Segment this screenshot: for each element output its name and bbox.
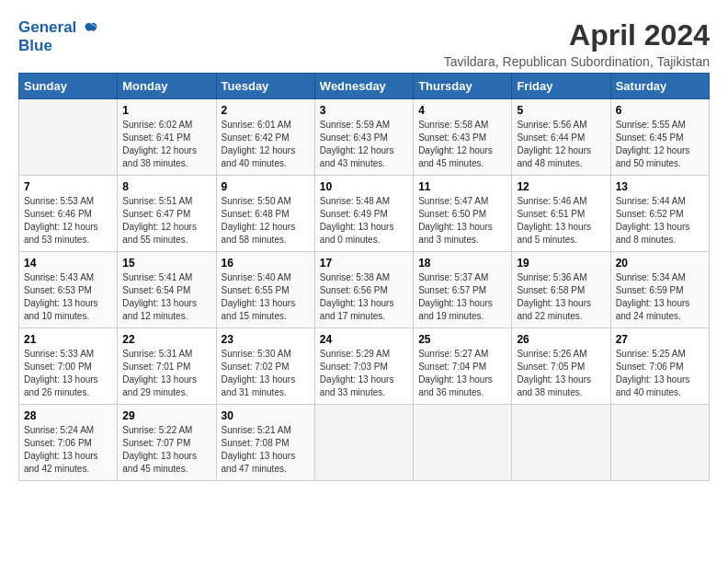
day-number: 13: [616, 180, 704, 193]
calendar-cell: 2Sunrise: 6:01 AM Sunset: 6:42 PM Daylig…: [216, 99, 314, 176]
calendar-cell: 5Sunrise: 5:56 AM Sunset: 6:44 PM Daylig…: [512, 99, 610, 176]
day-info: Sunrise: 5:46 AM Sunset: 6:51 PM Dayligh…: [517, 195, 605, 247]
day-info: Sunrise: 5:53 AM Sunset: 6:46 PM Dayligh…: [24, 195, 112, 247]
day-number: 11: [418, 180, 506, 193]
weekday-header-friday: Friday: [512, 74, 610, 99]
day-number: 6: [616, 104, 704, 117]
calendar-cell: 11Sunrise: 5:47 AM Sunset: 6:50 PM Dayli…: [414, 176, 512, 252]
day-info: Sunrise: 5:41 AM Sunset: 6:54 PM Dayligh…: [122, 271, 210, 323]
day-info: Sunrise: 5:48 AM Sunset: 6:49 PM Dayligh…: [320, 195, 408, 247]
day-info: Sunrise: 5:56 AM Sunset: 6:44 PM Dayligh…: [517, 119, 605, 170]
day-number: 10: [320, 180, 408, 193]
page-header: General Blue April 2024 Tavildara, Repub…: [18, 18, 710, 69]
month-title: April 2024: [444, 18, 710, 52]
day-number: 5: [517, 104, 605, 117]
day-number: 4: [418, 104, 506, 117]
calendar-cell: 7Sunrise: 5:53 AM Sunset: 6:46 PM Daylig…: [19, 176, 118, 252]
calendar-cell: 12Sunrise: 5:46 AM Sunset: 6:51 PM Dayli…: [512, 176, 610, 252]
calendar-cell: 4Sunrise: 5:58 AM Sunset: 6:43 PM Daylig…: [414, 99, 512, 176]
day-number: 22: [122, 333, 210, 346]
day-info: Sunrise: 5:21 AM Sunset: 7:08 PM Dayligh…: [222, 424, 310, 476]
calendar-cell: 22Sunrise: 5:31 AM Sunset: 7:01 PM Dayli…: [118, 328, 216, 405]
weekday-header-wednesday: Wednesday: [314, 74, 413, 99]
calendar-cell: 8Sunrise: 5:51 AM Sunset: 6:47 PM Daylig…: [118, 176, 216, 252]
calendar-cell: 6Sunrise: 5:55 AM Sunset: 6:45 PM Daylig…: [610, 99, 709, 176]
calendar-cell: 30Sunrise: 5:21 AM Sunset: 7:08 PM Dayli…: [216, 405, 314, 481]
weekday-header-thursday: Thursday: [414, 74, 512, 99]
day-number: 9: [222, 180, 310, 193]
day-info: Sunrise: 5:40 AM Sunset: 6:55 PM Dayligh…: [222, 271, 310, 323]
day-number: 28: [24, 409, 112, 422]
calendar-cell: 10Sunrise: 5:48 AM Sunset: 6:49 PM Dayli…: [314, 176, 413, 252]
day-info: Sunrise: 5:47 AM Sunset: 6:50 PM Dayligh…: [418, 195, 506, 247]
day-number: 15: [122, 257, 210, 270]
day-number: 24: [320, 333, 408, 346]
day-number: 1: [122, 104, 210, 117]
day-number: 30: [222, 409, 310, 422]
calendar-cell: 17Sunrise: 5:38 AM Sunset: 6:56 PM Dayli…: [314, 252, 413, 328]
day-number: 3: [320, 104, 408, 117]
day-info: Sunrise: 5:44 AM Sunset: 6:52 PM Dayligh…: [616, 195, 704, 247]
calendar-cell: 27Sunrise: 5:25 AM Sunset: 7:06 PM Dayli…: [610, 328, 709, 405]
day-info: Sunrise: 5:33 AM Sunset: 7:00 PM Dayligh…: [24, 348, 112, 399]
day-info: Sunrise: 5:55 AM Sunset: 6:45 PM Dayligh…: [616, 119, 704, 170]
calendar-body: 1Sunrise: 6:02 AM Sunset: 6:41 PM Daylig…: [19, 99, 710, 481]
location-subtitle: Tavildara, Republican Subordination, Taj…: [444, 54, 710, 69]
calendar-cell: 16Sunrise: 5:40 AM Sunset: 6:55 PM Dayli…: [216, 252, 314, 328]
weekday-header-sunday: Sunday: [19, 74, 118, 99]
day-info: Sunrise: 5:26 AM Sunset: 7:05 PM Dayligh…: [517, 348, 605, 399]
calendar-cell: 18Sunrise: 5:37 AM Sunset: 6:57 PM Dayli…: [414, 252, 512, 328]
calendar-cell: 1Sunrise: 6:02 AM Sunset: 6:41 PM Daylig…: [118, 99, 216, 176]
day-info: Sunrise: 5:25 AM Sunset: 7:06 PM Dayligh…: [616, 348, 704, 399]
calendar-week-row: 1Sunrise: 6:02 AM Sunset: 6:41 PM Daylig…: [19, 99, 710, 176]
title-block: April 2024 Tavildara, Republican Subordi…: [444, 18, 710, 69]
day-number: 2: [222, 104, 310, 117]
day-info: Sunrise: 5:59 AM Sunset: 6:43 PM Dayligh…: [320, 119, 408, 170]
day-info: Sunrise: 5:43 AM Sunset: 6:53 PM Dayligh…: [24, 271, 112, 323]
day-info: Sunrise: 5:38 AM Sunset: 6:56 PM Dayligh…: [320, 271, 408, 323]
weekday-header-tuesday: Tuesday: [216, 74, 314, 99]
calendar-cell: [414, 405, 512, 481]
day-number: 20: [616, 257, 704, 270]
day-number: 16: [222, 257, 310, 270]
day-info: Sunrise: 5:50 AM Sunset: 6:48 PM Dayligh…: [222, 195, 310, 247]
calendar-cell: 9Sunrise: 5:50 AM Sunset: 6:48 PM Daylig…: [216, 176, 314, 252]
logo-text-general: General: [18, 18, 76, 36]
calendar-cell: [19, 99, 118, 176]
calendar-cell: 24Sunrise: 5:29 AM Sunset: 7:03 PM Dayli…: [314, 328, 413, 405]
weekday-header-monday: Monday: [118, 74, 216, 99]
day-info: Sunrise: 5:34 AM Sunset: 6:59 PM Dayligh…: [616, 271, 704, 323]
day-number: 17: [320, 257, 408, 270]
day-number: 12: [517, 180, 605, 193]
day-number: 27: [616, 333, 704, 346]
day-number: 8: [122, 180, 210, 193]
day-number: 29: [122, 409, 210, 422]
day-number: 7: [24, 180, 112, 193]
calendar-cell: 23Sunrise: 5:30 AM Sunset: 7:02 PM Dayli…: [216, 328, 314, 405]
day-number: 18: [418, 257, 506, 270]
calendar-cell: 21Sunrise: 5:33 AM Sunset: 7:00 PM Dayli…: [19, 328, 118, 405]
calendar-cell: 20Sunrise: 5:34 AM Sunset: 6:59 PM Dayli…: [610, 252, 709, 328]
day-info: Sunrise: 6:02 AM Sunset: 6:41 PM Dayligh…: [122, 119, 210, 170]
day-number: 14: [24, 257, 112, 270]
day-info: Sunrise: 5:37 AM Sunset: 6:57 PM Dayligh…: [418, 271, 506, 323]
logo: General Blue: [18, 18, 99, 54]
calendar-cell: 19Sunrise: 5:36 AM Sunset: 6:58 PM Dayli…: [512, 252, 610, 328]
logo-text-blue: Blue: [18, 37, 99, 55]
day-number: 21: [24, 333, 112, 346]
day-number: 25: [418, 333, 506, 346]
calendar-cell: 29Sunrise: 5:22 AM Sunset: 7:07 PM Dayli…: [118, 405, 216, 481]
day-info: Sunrise: 5:22 AM Sunset: 7:07 PM Dayligh…: [122, 424, 210, 476]
calendar-table: SundayMondayTuesdayWednesdayThursdayFrid…: [18, 73, 710, 481]
calendar-cell: 3Sunrise: 5:59 AM Sunset: 6:43 PM Daylig…: [314, 99, 413, 176]
day-info: Sunrise: 5:51 AM Sunset: 6:47 PM Dayligh…: [122, 195, 210, 247]
calendar-week-row: 28Sunrise: 5:24 AM Sunset: 7:06 PM Dayli…: [19, 405, 710, 481]
calendar-cell: 14Sunrise: 5:43 AM Sunset: 6:53 PM Dayli…: [19, 252, 118, 328]
calendar-cell: [512, 405, 610, 481]
day-info: Sunrise: 5:36 AM Sunset: 6:58 PM Dayligh…: [517, 271, 605, 323]
day-info: Sunrise: 5:27 AM Sunset: 7:04 PM Dayligh…: [418, 348, 506, 399]
weekday-header-row: SundayMondayTuesdayWednesdayThursdayFrid…: [19, 74, 710, 99]
day-number: 19: [517, 257, 605, 270]
calendar-cell: 13Sunrise: 5:44 AM Sunset: 6:52 PM Dayli…: [610, 176, 709, 252]
calendar-cell: 28Sunrise: 5:24 AM Sunset: 7:06 PM Dayli…: [19, 405, 118, 481]
